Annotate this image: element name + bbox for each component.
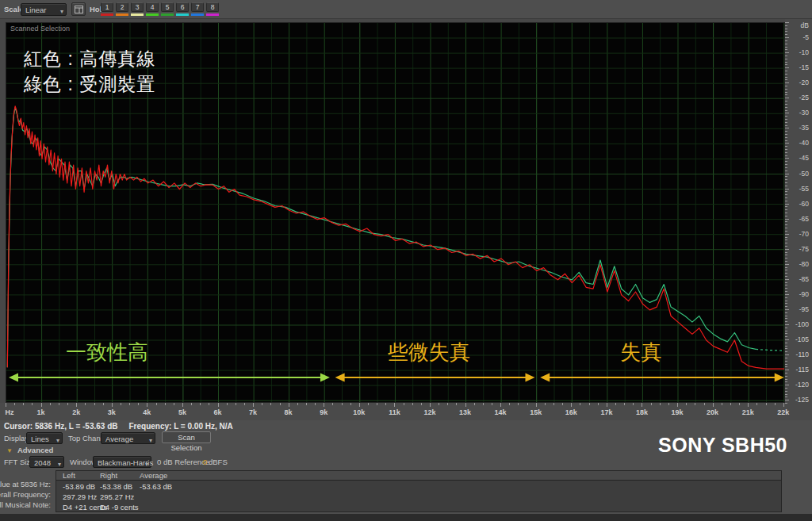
hold-color-swatch [101,13,113,16]
fft-size-dropdown[interactable]: 2048 ▾ [29,456,64,468]
spectrum-plot[interactable]: Scanned Selection 紅色 : 高傳真線 綠色 : 受測裝置 一致… [6,22,785,403]
frequency-analysis-window: Scale: Linear ▾ Hold: 12345678 Scanned S… [0,0,812,521]
table-column-header: Left [63,471,75,480]
advanced-label: Advanced [17,446,53,454]
hold-color-swatch [176,13,189,16]
frequency-tick-label: 20k [707,408,718,416]
db-tick-label: -80 [799,260,809,268]
frequency-tick-label: 12k [423,408,435,416]
db-tick-label: -5 [802,33,809,41]
window-dropdown[interactable]: Blackman-Harris ▾ [93,456,151,468]
table-column-header: Average [140,471,167,480]
table-row-label: Overall Musical Note: [0,500,51,509]
db-tick-label: dB [801,21,809,29]
db-tick-label: -100 [795,320,809,328]
display-dropdown[interactable]: Lines ▾ [26,432,63,444]
db-tick-label: -25 [799,94,809,102]
table-column-header: Right [100,471,117,480]
db-tick-label: -60 [799,200,809,208]
db-tick-label: -110 [796,351,809,358]
hold-button-number: 8 [206,2,219,12]
table-cell: -53.89 dB [63,482,95,491]
hold-button-number: 3 [131,2,144,12]
hold-button-3[interactable]: 3 [131,2,144,16]
top-toolbar: Scale: Linear ▾ Hold: 12345678 [0,0,812,19]
frequency-tick-label: Hz [6,408,14,416]
db-tick-label: -95 [799,305,809,313]
region-annotation: 一致性高 [66,339,148,366]
db-tick-label: -50 [799,170,809,178]
hold-button-number: 1 [101,2,113,12]
db-tick-label: -20 [799,79,809,86]
frequency-tick-label: 4k [143,408,151,416]
region-annotation: 些微失真 [388,339,470,366]
reference-unit: dBFS [209,458,228,466]
hold-button-8[interactable]: 8 [206,2,219,16]
panel-options-button[interactable] [71,2,86,16]
frequency-tick-label: 3k [108,408,116,416]
frequency-tick-label: 11k [389,408,400,416]
table-row-label: Overall Frequency: [0,490,51,499]
hold-color-swatch [116,13,128,16]
hold-button-number: 7 [191,2,204,12]
db-tick-label: -105 [795,335,809,343]
region-annotation: 失真 [620,339,661,366]
table-cell: 297.29 Hz [63,492,97,501]
hold-color-swatch [161,13,174,16]
scan-selection-button[interactable]: Scan Selection [162,431,211,443]
frequency-tick-label: 8k [285,408,293,416]
hold-color-swatch [131,13,144,16]
chart-panel: Scanned Selection 紅色 : 高傳真線 綠色 : 受測裝置 一致… [0,19,812,420]
db-tick-label: -120 [795,381,809,389]
frequency-tick-label: 2k [72,408,80,416]
fft-size-value: 2048 [34,458,51,467]
frequency-text: Frequency: L = 0.00 Hz, N/A [128,422,232,431]
hold-button-1[interactable]: 1 [101,2,113,16]
hold-button-number: 4 [146,2,159,12]
chevron-down-icon: ▾ [56,435,59,446]
table-cell: 295.27 Hz [100,492,134,501]
db-tick-label: -45 [799,154,809,162]
chevron-down-icon: ▾ [145,459,148,469]
panel-label: Scanned Selection [10,25,70,33]
frequency-tick-label: 9k [320,408,327,416]
frequency-tick-label: 7k [249,408,257,416]
hold-color-swatch [146,13,159,16]
db-tick-label: -85 [799,275,809,283]
advanced-toggle[interactable]: ▼Advanced [6,446,53,454]
frequency-tick-label: 19k [671,408,683,416]
hold-button-number: 2 [116,2,128,12]
db-tick-label: -70 [799,230,809,238]
frequency-axis: Hz1k2k3k4k5k6k7k8k9k10k11k12k13k14k15k16… [0,403,785,420]
hold-button-6[interactable]: 6 [176,2,189,16]
frequency-tick-label: 15k [530,408,542,416]
legend-green-line: 綠色 : 受測裝置 [24,72,155,97]
table-cell: -53.63 dB [140,482,172,491]
db-axis: dB-5-10-15-20-25-30-35-40-45-50-55-60-65… [785,19,812,420]
hold-button-4[interactable]: 4 [146,2,159,16]
db-tick-label: -115 [796,366,809,374]
measurement-table-section: Value at 5836 Hz:Overall Frequency:Overa… [0,469,812,514]
frequency-tick-label: 16k [565,408,577,416]
hold-button-2[interactable]: 2 [116,2,128,16]
frequency-tick-label: 13k [459,408,471,416]
cursor-readout: Cursor: 5836 Hz, L = -53.63 dBFrequency:… [4,422,244,431]
frequency-tick-label: 10k [353,408,365,416]
chevron-down-icon: ▾ [58,459,61,469]
frequency-tick-label: 22k [777,408,789,416]
bottom-edge [0,514,812,521]
scale-value: Linear [25,6,46,14]
top-channel-dropdown[interactable]: Average ▾ [101,432,155,444]
db-tick-label: -35 [799,124,809,132]
scale-dropdown[interactable]: Linear ▾ [21,3,67,16]
hold-color-swatch [206,13,219,16]
reference-number: 0 [203,458,207,466]
hold-button-7[interactable]: 7 [191,2,204,16]
frequency-tick-label: 1k [37,408,45,416]
db-tick-label: -55 [799,185,809,193]
hold-button-5[interactable]: 5 [161,2,174,16]
db-tick-label: -65 [799,215,809,223]
table-header: LeftRightAverage [56,471,781,481]
table-cell: D4 -9 cents [100,503,139,511]
frequency-tick-label: 6k [213,408,221,416]
